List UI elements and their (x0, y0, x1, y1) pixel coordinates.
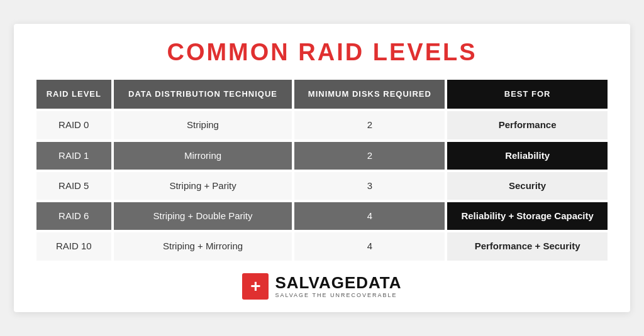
technique-cell: Striping + Double Parity (114, 202, 292, 230)
disks-cell: 4 (294, 202, 445, 230)
technique-cell: Striping + Mirroring (114, 232, 292, 260)
col-header-3: BEST FOR (447, 80, 608, 109)
logo-plus-symbol: + (250, 278, 260, 295)
page-title: COMMON RAID LEVELS (34, 39, 610, 66)
logo-text-block: SALVAGEDATA SALVAGE THE UNRECOVERABLE (275, 274, 401, 298)
raid-level-cell: RAID 10 (36, 232, 111, 260)
table-row: RAID 1Mirroring2Reliability (36, 142, 608, 170)
disks-cell: 3 (294, 172, 445, 200)
raid-table: RAID LEVELDATA DISTRIBUTION TECHNIQUEMIN… (34, 77, 610, 263)
col-header-2: MINIMUM DISKS REQUIRED (294, 80, 445, 109)
raid-level-cell: RAID 1 (36, 142, 111, 170)
table-row: RAID 6Striping + Double Parity4Reliabili… (36, 202, 608, 230)
best-for-cell: Reliability + Storage Capacity (447, 202, 608, 230)
col-header-0: RAID LEVEL (36, 80, 111, 109)
best-for-cell: Performance + Security (447, 232, 608, 260)
logo-icon: + (242, 273, 269, 300)
table-row: RAID 5Striping + Parity3Security (36, 172, 608, 200)
raid-level-cell: RAID 0 (36, 111, 111, 139)
technique-cell: Striping (114, 111, 292, 139)
main-card: COMMON RAID LEVELS RAID LEVELDATA DISTRI… (14, 24, 630, 312)
logo-name-bold: SALVAGE (275, 273, 356, 292)
raid-level-cell: RAID 5 (36, 172, 111, 200)
technique-cell: Striping + Parity (114, 172, 292, 200)
table-row: RAID 10Striping + Mirroring4Performance … (36, 232, 608, 260)
logo-tagline: SALVAGE THE UNRECOVERABLE (275, 292, 397, 298)
technique-cell: Mirroring (114, 142, 292, 170)
best-for-cell: Reliability (447, 142, 608, 170)
table-row: RAID 0Striping2Performance (36, 111, 608, 139)
logo-name-regular: DATA (356, 273, 401, 292)
best-for-cell: Security (447, 172, 608, 200)
disks-cell: 4 (294, 232, 445, 260)
logo-name: SALVAGEDATA (275, 274, 401, 291)
best-for-cell: Performance (447, 111, 608, 139)
raid-level-cell: RAID 6 (36, 202, 111, 230)
footer-logo: + SALVAGEDATA SALVAGE THE UNRECOVERABLE (34, 273, 610, 300)
disks-cell: 2 (294, 111, 445, 139)
disks-cell: 2 (294, 142, 445, 170)
col-header-1: DATA DISTRIBUTION TECHNIQUE (114, 80, 292, 109)
